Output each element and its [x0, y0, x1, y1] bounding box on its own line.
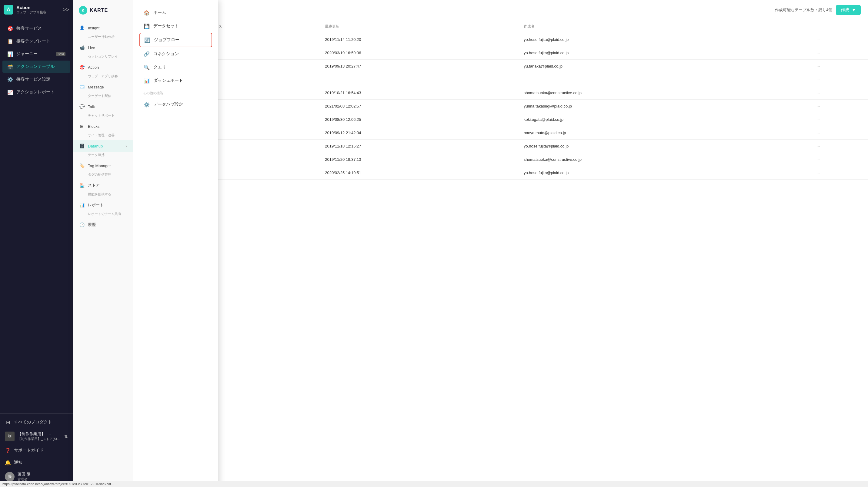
- nav-label-message: Message: [88, 85, 127, 89]
- dropdown-panel: K KARTE 👤 Insight ユーザー行動分析 📹 Live セッションリ…: [73, 0, 218, 487]
- right-other-label-datahub_settings: データハブ設定: [153, 102, 183, 107]
- right-label-query: クエリ: [153, 65, 166, 70]
- right-other-item-datahub_settings[interactable]: ⚙️ データハブ設定: [140, 98, 212, 111]
- nav-label-action: Action: [88, 65, 127, 70]
- svg-text:K: K: [82, 8, 85, 13]
- right-items-container: 🏠 ホーム 💾 データセット 🔄 ジョブフロー 🔗 コネクション 🔍 クエリ 📊…: [140, 6, 212, 87]
- right-item-connection[interactable]: 🔗 コネクション: [140, 47, 212, 61]
- right-icon-connection: 🔗: [143, 50, 150, 58]
- right-item-dataset[interactable]: 💾 データセット: [140, 20, 212, 33]
- right-label-connection: コネクション: [153, 51, 179, 57]
- nav-item-store[interactable]: 🏪 ストア: [73, 179, 133, 191]
- karte-logo-svg: K: [79, 6, 87, 14]
- nav-icon-blocks: ⊞: [79, 123, 85, 129]
- right-item-jobflow[interactable]: 🔄 ジョブフロー: [140, 33, 212, 47]
- right-icon-jobflow: 🔄: [144, 36, 151, 43]
- nav-sub-talk: チャットサポート: [73, 113, 133, 120]
- right-item-home[interactable]: 🏠 ホーム: [140, 6, 212, 20]
- right-label-jobflow: ジョブフロー: [154, 37, 179, 43]
- nav-label-talk: Talk: [88, 104, 127, 109]
- nav-item-talk[interactable]: 💬 Talk: [73, 101, 133, 113]
- dropdown-logo: K KARTE: [73, 6, 133, 21]
- right-other-label: その他の機能: [140, 89, 212, 97]
- nav-icon-tag_manager: 🏷️: [79, 163, 85, 169]
- url-bar: https://pvaltdata.karte.io/ad/jobflow?pr…: [0, 481, 868, 487]
- right-label-dataset: データセット: [153, 23, 179, 29]
- nav-icon-message: ✉️: [79, 84, 85, 90]
- nav-sub-tag_manager: タグの配信管理: [73, 172, 133, 179]
- nav-icon-insight: 👤: [79, 25, 85, 31]
- nav-item-action[interactable]: 🎯 Action: [73, 61, 133, 73]
- right-other-icon-datahub_settings: ⚙️: [143, 101, 150, 108]
- nav-icon-action: 🎯: [79, 64, 85, 70]
- right-icon-dataset: 💾: [143, 23, 150, 30]
- nav-label-tag_manager: Tag Manager: [88, 164, 127, 168]
- nav-item-live[interactable]: 📹 Live: [73, 41, 133, 54]
- nav-sub-datahub: データ連携: [73, 152, 133, 160]
- nav-icon-history: 🕐: [79, 222, 85, 228]
- nav-label-history: 履歴: [88, 222, 127, 227]
- nav-sub-store: 機能を拡張する: [73, 191, 133, 199]
- nav-item-insight[interactable]: 👤 Insight: [73, 22, 133, 34]
- nav-item-blocks[interactable]: ⊞ Blocks: [73, 120, 133, 132]
- left-nav: 👤 Insight ユーザー行動分析 📹 Live セッションリプレイ 🎯 Ac…: [73, 21, 133, 232]
- nav-label-live: Live: [88, 45, 127, 50]
- nav-label-datahub: Datahub: [88, 144, 122, 149]
- nav-item-tag_manager[interactable]: 🏷️ Tag Manager: [73, 160, 133, 172]
- nav-label-store: ストア: [88, 183, 127, 188]
- nav-item-datahub[interactable]: 🗄️ Datahub ›: [73, 140, 133, 152]
- nav-sub-insight: ユーザー行動分析: [73, 34, 133, 41]
- right-label-home: ホーム: [153, 10, 166, 15]
- nav-icon-store: 🏪: [79, 182, 85, 188]
- right-item-query[interactable]: 🔍 クエリ: [140, 61, 212, 74]
- arrow-icon: ›: [125, 143, 127, 149]
- right-icon-home: 🏠: [143, 9, 150, 17]
- dropdown-left: K KARTE 👤 Insight ユーザー行動分析 📹 Live セッションリ…: [73, 0, 133, 487]
- nav-sub-action: ウェブ・アプリ接客: [73, 73, 133, 81]
- right-label-dashboard: ダッシュボード: [153, 78, 183, 83]
- nav-item-message[interactable]: ✉️ Message: [73, 81, 133, 93]
- nav-sub-report: レポートでチーム共有: [73, 211, 133, 219]
- nav-sub-live: セッションリプレイ: [73, 54, 133, 61]
- nav-item-report[interactable]: 📊 レポート: [73, 199, 133, 211]
- nav-item-history[interactable]: 🕐 履歴: [73, 219, 133, 231]
- nav-label-blocks: Blocks: [88, 124, 127, 129]
- nav-icon-live: 📹: [79, 44, 85, 51]
- nav-icon-report: 📊: [79, 202, 85, 208]
- nav-label-report: レポート: [88, 202, 127, 208]
- dropdown-right: 🏠 ホーム 💾 データセット 🔄 ジョブフロー 🔗 コネクション 🔍 クエリ 📊…: [133, 0, 218, 487]
- right-icon-dashboard: 📊: [143, 77, 150, 84]
- right-item-dashboard[interactable]: 📊 ダッシュボード: [140, 74, 212, 87]
- nav-icon-talk: 💬: [79, 104, 85, 110]
- right-other-items-container: ⚙️ データハブ設定: [140, 98, 212, 111]
- nav-label-insight: Insight: [88, 26, 127, 30]
- overlay: K KARTE 👤 Insight ユーザー行動分析 📹 Live セッションリ…: [0, 0, 868, 487]
- right-icon-query: 🔍: [143, 64, 150, 71]
- nav-sub-message: ターゲット配信: [73, 93, 133, 101]
- karte-logo-text: KARTE: [90, 7, 108, 13]
- nav-sub-blocks: サイト管理・改善: [73, 132, 133, 140]
- nav-icon-datahub: 🗄️: [79, 143, 85, 149]
